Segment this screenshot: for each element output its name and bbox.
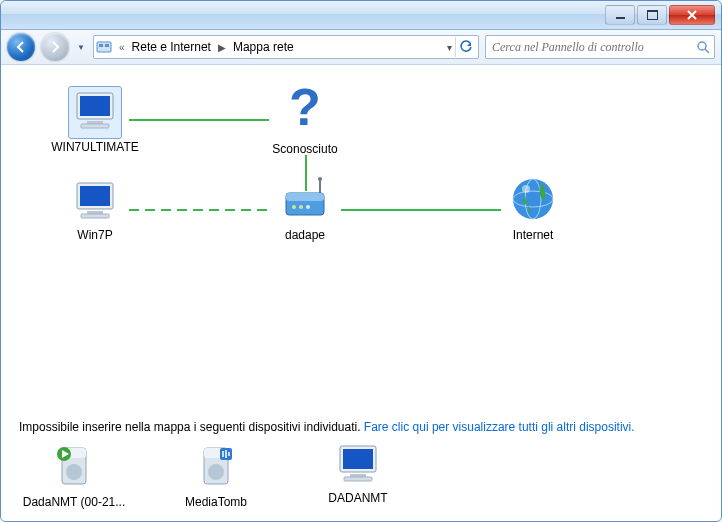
window: ▼ « Rete e Internet ▶ Mappa rete ▾ bbox=[0, 0, 722, 522]
svg-point-32 bbox=[208, 464, 224, 480]
router-icon bbox=[278, 177, 332, 223]
footer-message: Impossibile inserire nella mappa i segue… bbox=[19, 420, 361, 434]
breadcrumb-part1[interactable]: Rete e Internet bbox=[132, 40, 211, 54]
device-label: DadaNMT (00-21... bbox=[19, 495, 129, 509]
navbar: ▼ « Rete e Internet ▶ Mappa rete ▾ bbox=[1, 30, 721, 65]
node-internet[interactable]: Internet bbox=[483, 175, 583, 242]
footer: Impossibile inserire nella mappa i segue… bbox=[19, 420, 703, 509]
svg-point-21 bbox=[513, 179, 553, 219]
svg-rect-17 bbox=[286, 193, 324, 201]
svg-rect-37 bbox=[344, 477, 372, 481]
node-label: WIN7ULTIMATE bbox=[45, 140, 145, 154]
device-dadanmt[interactable]: DADANMT bbox=[303, 442, 413, 509]
device-label: MediaTomb bbox=[161, 495, 271, 509]
svg-point-24 bbox=[522, 185, 530, 193]
search-box[interactable] bbox=[485, 35, 715, 59]
maximize-button[interactable] bbox=[637, 5, 667, 25]
minimize-button[interactable] bbox=[605, 5, 635, 25]
show-all-devices-link[interactable]: Fare clic qui per visualizzare tutti gli… bbox=[364, 420, 635, 434]
svg-rect-35 bbox=[343, 449, 373, 469]
content-area: WIN7ULTIMATE ? Sconosciuto Win7P bbox=[1, 65, 721, 521]
chevron-right-icon: ▶ bbox=[215, 42, 229, 53]
control-panel-icon bbox=[96, 39, 112, 55]
address-dropdown[interactable]: ▾ bbox=[444, 42, 455, 53]
connection-line-dashed bbox=[129, 209, 269, 211]
svg-rect-8 bbox=[81, 124, 109, 128]
svg-rect-6 bbox=[80, 96, 110, 116]
svg-point-27 bbox=[66, 464, 82, 480]
computer-icon bbox=[334, 442, 382, 486]
connection-line bbox=[129, 119, 269, 121]
node-label: Sconosciuto bbox=[255, 142, 355, 156]
node-label: Win7P bbox=[45, 228, 145, 242]
device-dadanmt-0021[interactable]: DadaNMT (00-21... bbox=[19, 442, 129, 509]
computer-icon bbox=[71, 89, 119, 133]
forward-button[interactable] bbox=[41, 33, 69, 61]
refresh-button[interactable] bbox=[455, 37, 476, 57]
node-router[interactable]: dadape bbox=[255, 177, 355, 242]
network-map: WIN7ULTIMATE ? Sconosciuto Win7P bbox=[35, 83, 699, 318]
node-win7p[interactable]: Win7P bbox=[45, 179, 145, 242]
svg-point-15 bbox=[318, 177, 322, 181]
svg-point-18 bbox=[292, 205, 296, 209]
computer-icon bbox=[71, 179, 119, 223]
address-bar[interactable]: « Rete e Internet ▶ Mappa rete ▾ bbox=[93, 35, 479, 59]
svg-point-3 bbox=[698, 42, 706, 50]
node-label: Internet bbox=[483, 228, 583, 242]
node-win7ultimate[interactable]: WIN7ULTIMATE bbox=[45, 87, 145, 154]
titlebar bbox=[1, 1, 721, 30]
svg-rect-2 bbox=[105, 44, 109, 47]
connection-line bbox=[341, 209, 501, 211]
back-button[interactable] bbox=[7, 33, 35, 61]
device-label: DADANMT bbox=[303, 491, 413, 505]
svg-rect-1 bbox=[99, 44, 103, 47]
question-icon: ? bbox=[281, 81, 329, 137]
node-label: dadape bbox=[255, 228, 355, 242]
breadcrumb-part2[interactable]: Mappa rete bbox=[233, 40, 294, 54]
svg-line-4 bbox=[705, 49, 709, 53]
close-button[interactable] bbox=[669, 5, 715, 25]
svg-rect-11 bbox=[80, 186, 110, 206]
search-input[interactable] bbox=[490, 39, 696, 56]
svg-point-19 bbox=[299, 205, 303, 209]
svg-rect-13 bbox=[81, 214, 109, 218]
breadcrumb-root[interactable]: « bbox=[116, 42, 128, 53]
media-device-icon bbox=[192, 442, 240, 490]
nav-history-dropdown[interactable]: ▼ bbox=[75, 43, 87, 52]
search-icon bbox=[696, 40, 710, 54]
svg-point-20 bbox=[306, 205, 310, 209]
svg-text:?: ? bbox=[289, 81, 321, 136]
device-mediatomb[interactable]: MediaTomb bbox=[161, 442, 271, 509]
media-device-icon bbox=[50, 442, 98, 490]
globe-icon bbox=[508, 175, 558, 223]
node-unknown[interactable]: ? Sconosciuto bbox=[255, 81, 355, 156]
